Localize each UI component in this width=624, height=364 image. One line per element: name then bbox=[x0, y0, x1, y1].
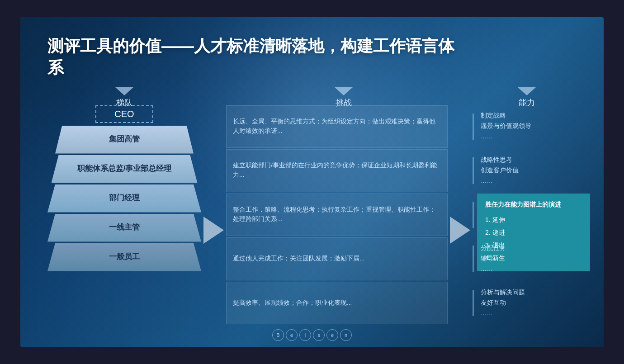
logo-n: n bbox=[340, 329, 352, 341]
challenge-cell-0: 长远、全局、平衡的思维方式；为组织设定方向；做出艰难决策；赢得他人对绩效的承诺.… bbox=[226, 105, 448, 148]
arrow-to-ability bbox=[448, 136, 473, 325]
challenge-column: 长远、全局、平衡的思维方式；为组织设定方向；做出艰难决策；赢得他人对绩效的承诺.… bbox=[226, 105, 448, 325]
ceo-box: CEO bbox=[95, 105, 153, 123]
arrow-shape-2 bbox=[450, 217, 470, 244]
pyramid-label-4: 一般员工 bbox=[109, 252, 140, 262]
pyramid-block-4: 一般员工 bbox=[47, 243, 201, 271]
pyramid-label-2: 部门经理 bbox=[109, 193, 140, 203]
pyramid-arrow-icon bbox=[115, 87, 133, 95]
pyramid-block-0: 集团高管 bbox=[55, 126, 194, 154]
challenge-cell-4: 提高效率、展现绩效；合作；职业化表现... bbox=[226, 282, 448, 325]
pyramid-block-3: 一线主管 bbox=[47, 214, 201, 242]
logo-i: i bbox=[299, 329, 311, 341]
pyramid-label-1: 职能体系总监/事业部总经理 bbox=[77, 164, 172, 174]
challenge-text-0: 长远、全局、平衡的思维方式；为组织设定方向；做出艰难决策；赢得他人对绩效的承诺.… bbox=[233, 117, 441, 136]
tooltip-item-0: 1. 延伸 bbox=[485, 213, 581, 226]
arrow-to-challenge bbox=[201, 136, 226, 325]
pyramid-label-3: 一线主管 bbox=[109, 222, 140, 232]
logo-s: s bbox=[313, 329, 325, 341]
ability-arrow-icon bbox=[518, 87, 536, 95]
challenge-text-3: 通过他人完成工作；关注团队发展；激励下属... bbox=[233, 254, 364, 264]
ceo-label: CEO bbox=[114, 109, 134, 119]
tooltip-item-1: 2. 递进 bbox=[485, 226, 581, 239]
arrow-shape-1 bbox=[203, 217, 224, 244]
ability-cell-3: 分配任务辅导…… bbox=[473, 237, 590, 280]
title-area: 测评工具的价值——人才标准清晰落地，构建工作语言体系 bbox=[47, 35, 459, 79]
challenge-cell-1: 建立职能部门/事业部的在行业内的竞争优势；保证企业短期和长期盈利能力... bbox=[226, 149, 448, 192]
ability-text-3: 分配任务辅导…… bbox=[481, 243, 506, 274]
pyramid-label-0: 集团高管 bbox=[109, 134, 140, 144]
ability-cell-1: 战略性思考创造客户价值…… bbox=[473, 149, 590, 192]
pyramid-block-1: 职能体系总监/事业部总经理 bbox=[52, 155, 198, 183]
ability-cell-4: 分析与解决问题友好互动…… bbox=[473, 282, 590, 325]
challenge-text-2: 整合工作，策略、流程化思考；执行复杂工作；重视管理、职能性工作；处理跨部门关系.… bbox=[233, 205, 441, 224]
ability-text-0: 制定战略愿景与价值观领导…… bbox=[481, 111, 531, 142]
pyramid-block-2: 部门经理 bbox=[47, 184, 201, 213]
challenge-text-1: 建立职能部门/事业部的在行业内的竞争优势；保证企业短期和长期盈利能力... bbox=[233, 161, 441, 180]
logo-e2: e bbox=[326, 329, 338, 341]
logo-e1: e bbox=[286, 329, 298, 341]
logo-b: B bbox=[272, 329, 284, 341]
challenge-cell-2: 整合工作，策略、流程化思考；执行复杂工作；重视管理、职能性工作；处理跨部门关系.… bbox=[226, 194, 448, 236]
challenge-cell-3: 通过他人完成工作；关注团队发展；激励下属... bbox=[226, 237, 448, 280]
content-area: CEO 集团高管 职能体系总监/事业部总经理 部门经理 一线主管 一般员工 bbox=[47, 105, 590, 325]
ability-column: 制定战略愿景与价值观领导…… 战略性思考创造客户价值…… 推动执行跨域协同…… … bbox=[473, 105, 590, 325]
ability-text-1: 战略性思考创造客户价值…… bbox=[481, 155, 519, 186]
pyramid-column: CEO 集团高管 职能体系总监/事业部总经理 部门经理 一线主管 一般员工 bbox=[47, 105, 201, 325]
page-title: 测评工具的价值——人才标准清晰落地，构建工作语言体系 bbox=[47, 35, 459, 79]
challenge-arrow-icon bbox=[335, 87, 353, 95]
ability-cell-2: 推动执行跨域协同…… 胜任力在能力图谱上的演进 1. 延伸 2. 递进 3. 退… bbox=[473, 194, 590, 236]
ability-cell-0: 制定战略愿景与价值观领导…… bbox=[473, 105, 590, 148]
tooltip-title: 胜任力在能力图谱上的演进 bbox=[485, 201, 581, 209]
ability-text-4: 分析与解决问题友好互动…… bbox=[481, 288, 525, 319]
challenge-text-4: 提高效率、展现绩效；合作；职业化表现... bbox=[233, 298, 352, 308]
slide: 测评工具的价值——人才标准清晰落地，构建工作语言体系 梯队 挑战 能力 CEO … bbox=[20, 17, 604, 347]
bottom-logo: B e i s e n bbox=[272, 329, 352, 341]
